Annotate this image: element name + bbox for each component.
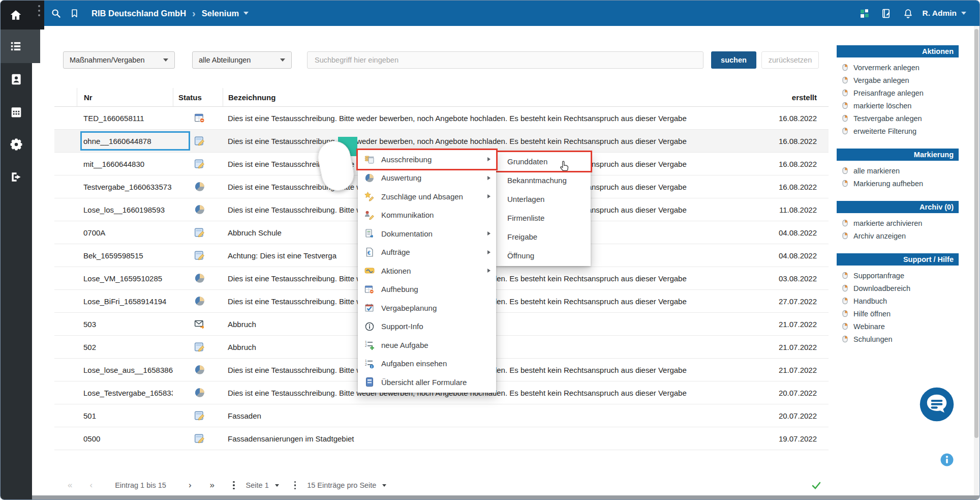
column-erstellt[interactable]: erstellt bbox=[752, 88, 829, 106]
contacts-icon bbox=[10, 73, 23, 86]
row-nr: 0700A bbox=[77, 228, 173, 237]
pie-icon bbox=[194, 273, 205, 284]
panel-item[interactable]: Archiv anzeigen bbox=[837, 229, 959, 242]
scope-dropdown[interactable]: Maßnahmen/Vergaben bbox=[63, 51, 175, 69]
table-row[interactable]: TED_1660658111Dies ist eine Testausschre… bbox=[54, 107, 829, 130]
panel-item[interactable]: markierte archivieren bbox=[837, 217, 959, 229]
submenu-item[interactable]: Bekanntmachung bbox=[496, 171, 591, 190]
context-menu-item[interactable]: Ausschreibung bbox=[358, 150, 496, 169]
sidebar-item-list[interactable] bbox=[1, 30, 40, 63]
column-bezeichnung[interactable]: Bezeichnung bbox=[223, 88, 752, 106]
info-icon[interactable] bbox=[940, 453, 954, 466]
panel-item[interactable]: Hilfe öffnen bbox=[837, 307, 959, 320]
context-menu-item[interactable]: 12Aufgaben einsehen bbox=[358, 355, 496, 373]
search-icon[interactable] bbox=[50, 8, 62, 19]
panel-item[interactable]: Markierung aufheben bbox=[837, 177, 959, 190]
context-menu-item[interactable]: Zuschläge und Absagen bbox=[358, 187, 496, 206]
caret-down-icon[interactable] bbox=[275, 484, 279, 487]
context-menu-item[interactable]: Support-Info bbox=[358, 317, 496, 336]
page-label[interactable]: Seite 1 bbox=[246, 481, 269, 489]
edit-doc-icon bbox=[194, 341, 205, 352]
user-menu[interactable]: R. Admin bbox=[923, 9, 966, 18]
row-erstellt: 04.08.2022 bbox=[752, 251, 829, 260]
panel-item[interactable]: erweiterte Filterung bbox=[837, 125, 959, 137]
column-nr[interactable]: Nr bbox=[77, 88, 173, 106]
search-input[interactable] bbox=[307, 51, 703, 69]
prev-page-button[interactable]: ‹ bbox=[89, 480, 93, 490]
panel-item[interactable]: Vergabe anlegen bbox=[837, 74, 959, 86]
panel-item-label: markierte löschen bbox=[853, 102, 911, 110]
context-menu-item[interactable]: Vergabeplanung bbox=[358, 299, 496, 317]
submenu-item[interactable]: Grunddaten bbox=[496, 152, 591, 171]
context-menu-item[interactable]: €Aufträge bbox=[358, 243, 496, 262]
sidebar-item-contacts[interactable] bbox=[1, 63, 32, 96]
forms-overview-icon bbox=[364, 377, 375, 387]
context-menu-item[interactable]: Aufhebung bbox=[358, 280, 496, 299]
sidebar-item-home[interactable] bbox=[1, 1, 44, 30]
reset-button[interactable]: zurücksetzen bbox=[761, 51, 819, 69]
caret-down-icon[interactable] bbox=[382, 484, 386, 487]
context-menu-item[interactable]: Dokumentation bbox=[358, 224, 496, 243]
panel-item-label: Downloadbereich bbox=[853, 284, 910, 292]
row-status-cell bbox=[173, 296, 223, 307]
breadcrumb-project[interactable]: Selenium bbox=[202, 9, 239, 18]
notes-icon[interactable] bbox=[881, 8, 892, 19]
submenu-item[interactable]: Firmenliste bbox=[496, 209, 591, 227]
last-page-button[interactable]: » bbox=[210, 480, 215, 490]
context-menu-item[interactable]: Übersicht aller Formulare bbox=[358, 373, 496, 392]
kebab-dots-icon[interactable] bbox=[294, 481, 296, 490]
department-dropdown-value: alle Abteilungen bbox=[199, 56, 251, 64]
table-row[interactable]: 501Fassaden20.07.2022 bbox=[54, 404, 829, 427]
bookmark-icon[interactable] bbox=[70, 8, 79, 19]
per-page-label[interactable]: 15 Einträge pro Seite bbox=[307, 481, 376, 489]
panel-item[interactable]: markierte löschen bbox=[837, 99, 959, 112]
panel-item[interactable]: Handbuch bbox=[837, 295, 959, 307]
context-menu-item[interactable]: 12neue Aufgabe bbox=[358, 336, 496, 355]
panel-item[interactable]: Supportanfrage bbox=[837, 269, 959, 282]
sidebar-item-logout[interactable] bbox=[1, 161, 32, 193]
apps-icon[interactable] bbox=[859, 8, 870, 19]
panel-item[interactable]: Downloadbereich bbox=[837, 282, 959, 295]
logout-icon bbox=[10, 170, 23, 184]
pie-icon bbox=[364, 173, 375, 183]
panel-item[interactable]: Testvergabe anlegen bbox=[837, 112, 959, 125]
panel-header: Markierung bbox=[837, 149, 959, 161]
search-button[interactable]: suchen bbox=[711, 51, 756, 69]
panel-item[interactable]: Vorvermerk anlegen bbox=[837, 61, 959, 74]
edit-doc-icon bbox=[194, 158, 205, 169]
sidebar-item-settings[interactable] bbox=[1, 128, 32, 161]
vertical-scrollbar-thumb[interactable] bbox=[974, 29, 978, 438]
column-status[interactable]: Status bbox=[173, 88, 223, 106]
department-dropdown[interactable]: alle Abteilungen bbox=[192, 51, 292, 69]
submenu-arrow-icon bbox=[487, 268, 491, 273]
submenu-item[interactable]: Öffnung bbox=[496, 246, 591, 265]
sidebar-item-calendar[interactable] bbox=[1, 96, 32, 128]
window-bottom-strip bbox=[32, 495, 979, 499]
context-menu-item[interactable]: Aktionen bbox=[358, 261, 496, 280]
first-page-button[interactable]: « bbox=[68, 480, 72, 490]
row-erstellt: 20.07.2022 bbox=[752, 389, 829, 397]
context-menu-item[interactable]: Auswertung bbox=[358, 169, 496, 188]
notifications-icon[interactable] bbox=[903, 8, 913, 19]
panel-header: Support / Hilfe bbox=[837, 253, 959, 266]
panel-item[interactable]: Preisanfrage anlegen bbox=[837, 86, 959, 99]
context-menu-item[interactable]: Kommunikation bbox=[358, 206, 496, 225]
svg-text:1: 1 bbox=[365, 340, 367, 344]
kebab-dots-icon[interactable] bbox=[233, 481, 235, 490]
calendar-icon bbox=[10, 105, 23, 119]
kebab-menu-icon[interactable] bbox=[33, 4, 40, 19]
panel-item[interactable]: alle markieren bbox=[837, 164, 959, 177]
panel-item[interactable]: Schulungen bbox=[837, 333, 959, 345]
row-status-cell bbox=[173, 364, 223, 375]
submenu-item[interactable]: Freigabe bbox=[496, 227, 591, 246]
submenu-item[interactable]: Unterlagen bbox=[496, 190, 591, 209]
chat-icon[interactable] bbox=[919, 387, 955, 422]
panel-item-label: Handbuch bbox=[853, 297, 887, 305]
check-icon[interactable] bbox=[811, 480, 821, 490]
table-row[interactable]: 0500Fassadensanierungen im Stadtgebiet19… bbox=[54, 427, 829, 450]
panel-item[interactable]: Webinare bbox=[837, 320, 959, 333]
row-nr: 501 bbox=[77, 411, 173, 420]
context-submenu: GrunddatenBekanntmachungUnterlagenFirmen… bbox=[496, 151, 591, 266]
next-page-button[interactable]: › bbox=[189, 480, 192, 490]
user-name: R. Admin bbox=[923, 9, 957, 18]
